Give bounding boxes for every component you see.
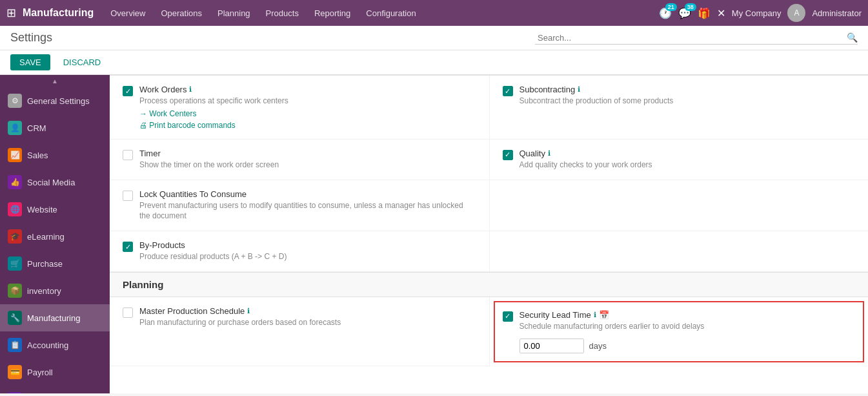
- sidebar-label-manufacturing: Manufacturing: [27, 313, 80, 323]
- sidebar-item-sales[interactable]: 📈 Sales: [0, 141, 110, 169]
- quality-info-icon[interactable]: ℹ: [548, 149, 550, 158]
- timer-checkbox[interactable]: [123, 150, 133, 160]
- page-title: Settings: [10, 31, 52, 45]
- search-input[interactable]: [535, 32, 847, 44]
- work-orders-desc: Process operations at specific work cent…: [139, 96, 476, 107]
- nav-reporting[interactable]: Reporting: [308, 6, 357, 21]
- lock-quantities-title: Lock Quantities To Consume: [139, 189, 476, 199]
- purchase-icon: 🛒: [8, 256, 22, 271]
- by-products-content: By-Products Produce residual products (A…: [139, 240, 476, 262]
- scroll-up-indicator: ▲: [0, 75, 110, 87]
- security-lead-time-highlighted-box: Security Lead Time ℹ 📅 Schedule manufact…: [494, 301, 865, 362]
- subcontracting-content: Subcontracting ℹ Subcontract the product…: [520, 85, 856, 107]
- slt-value-input[interactable]: [520, 339, 584, 353]
- sidebar-item-payroll[interactable]: 💳 Payroll: [0, 359, 110, 386]
- nav-right: 🕐21 💬38 🎁 ✕ My Company A Administrator: [659, 4, 862, 22]
- setting-master-production-schedule: Master Production Schedule ℹ Plan manufa…: [110, 297, 489, 366]
- subcontracting-info-icon[interactable]: ℹ: [578, 85, 580, 94]
- slt-content: Security Lead Time ℹ 📅 Schedule manufact…: [520, 310, 856, 353]
- lock-quantities-content: Lock Quantities To Consume Prevent manuf…: [139, 189, 476, 222]
- setting-lock-quantities: Lock Quantities To Consume Prevent manuf…: [110, 180, 489, 232]
- discard-button[interactable]: DISCARD: [57, 54, 108, 70]
- nav-planning[interactable]: Planning: [211, 6, 257, 21]
- subcontracting-title: Subcontracting ℹ: [520, 85, 856, 94]
- manufacturing-icon: 🔧: [8, 311, 22, 325]
- close-button[interactable]: ✕: [717, 7, 725, 19]
- sidebar-label-social-media: Social Media: [27, 178, 75, 187]
- elearning-icon: 🎓: [8, 229, 22, 244]
- payroll-icon: 💳: [8, 365, 22, 379]
- top-navbar: ⊞ Manufacturing Overview Operations Plan…: [0, 0, 868, 26]
- nav-configuration[interactable]: Configuration: [359, 6, 422, 21]
- action-bar: SAVE DISCARD: [0, 50, 868, 75]
- security-lead-time-checkbox[interactable]: [503, 311, 513, 322]
- print-barcode-link[interactable]: 🖨 Print barcode commands: [139, 121, 476, 130]
- sidebar-item-website[interactable]: 🌐 Website: [0, 196, 110, 223]
- main-layout: ▲ ⚙ General Settings 👤 CRM 📈 Sales 👍 Soc…: [0, 75, 868, 393]
- sidebar-item-project[interactable]: 📁 Project: [0, 386, 110, 393]
- subcontracting-desc: Subcontract the production of some produ…: [520, 96, 856, 107]
- mps-content: Master Production Schedule ℹ Plan manufa…: [139, 306, 476, 328]
- setting-empty-1: [489, 180, 869, 232]
- gift-button[interactable]: 🎁: [698, 7, 711, 19]
- nav-overview[interactable]: Overview: [104, 6, 152, 21]
- quality-title: Quality ℹ: [520, 149, 856, 158]
- avatar[interactable]: A: [787, 4, 805, 22]
- sidebar-label-crm: CRM: [27, 123, 46, 133]
- save-button[interactable]: SAVE: [10, 54, 50, 70]
- sidebar-label-accounting: Accounting: [27, 340, 68, 350]
- lock-quantities-desc: Prevent manufacturing users to modify qu…: [139, 200, 476, 222]
- grid-icon[interactable]: ⊞: [6, 6, 16, 20]
- nav-products[interactable]: Products: [259, 6, 305, 21]
- search-icon[interactable]: 🔍: [847, 32, 858, 43]
- quality-content: Quality ℹ Add quality checks to your wor…: [520, 149, 856, 171]
- social-media-icon: 👍: [8, 175, 22, 189]
- work-orders-info-icon[interactable]: ℹ: [189, 85, 192, 94]
- chat-badge-button[interactable]: 💬38: [678, 7, 691, 19]
- timer-content: Timer Show the timer on the work order s…: [139, 149, 476, 171]
- project-icon: 📁: [8, 392, 22, 393]
- quality-checkbox[interactable]: [503, 150, 513, 160]
- mps-title: Master Production Schedule ℹ: [139, 306, 476, 316]
- crm-icon: 👤: [8, 121, 22, 135]
- sidebar-label-payroll: Payroll: [27, 368, 53, 377]
- mps-desc: Plan manufacturing or purchase orders ba…: [139, 317, 476, 328]
- slt-info-icon[interactable]: ℹ: [594, 311, 596, 319]
- sidebar-item-manufacturing[interactable]: 🔧 Manufacturing: [0, 304, 110, 331]
- sidebar-item-crm[interactable]: 👤 CRM: [0, 114, 110, 141]
- work-centers-link[interactable]: → Work Centers: [139, 109, 476, 118]
- sidebar: ▲ ⚙ General Settings 👤 CRM 📈 Sales 👍 Soc…: [0, 75, 110, 393]
- planning-settings-grid: Master Production Schedule ℹ Plan manufa…: [110, 297, 868, 366]
- search-bar[interactable]: 🔍: [535, 32, 858, 45]
- sidebar-item-purchase[interactable]: 🛒 Purchase: [0, 250, 110, 277]
- sidebar-item-general-settings[interactable]: ⚙ General Settings: [0, 87, 110, 114]
- planning-section-header: Planning: [110, 272, 868, 297]
- sidebar-label-sales: Sales: [27, 151, 48, 160]
- sidebar-item-elearning[interactable]: 🎓 eLearning: [0, 223, 110, 250]
- by-products-checkbox[interactable]: [123, 242, 133, 252]
- user-name: Administrator: [812, 8, 862, 18]
- slt-title: Security Lead Time ℹ 📅: [520, 310, 856, 320]
- slt-input-row: days: [520, 339, 856, 353]
- lock-quantities-checkbox[interactable]: [123, 191, 133, 201]
- subcontracting-checkbox[interactable]: [503, 86, 513, 96]
- sidebar-item-inventory[interactable]: 📦 inventory: [0, 277, 110, 304]
- mps-info-icon[interactable]: ℹ: [247, 307, 250, 315]
- work-orders-checkbox[interactable]: [123, 86, 133, 96]
- by-products-title: By-Products: [139, 240, 476, 250]
- sales-icon: 📈: [8, 148, 22, 162]
- setting-work-orders: Work Orders ℹ Process operations at spec…: [110, 76, 489, 140]
- sidebar-item-accounting[interactable]: 📋 Accounting: [0, 331, 110, 359]
- quality-desc: Add quality checks to your work orders: [520, 160, 856, 171]
- company-name[interactable]: My Company: [732, 8, 782, 18]
- setting-by-products: By-Products Produce residual products (A…: [110, 231, 489, 272]
- slt-unit-label: days: [589, 341, 607, 351]
- nav-operations[interactable]: Operations: [154, 6, 208, 21]
- app-title: Manufacturing: [23, 7, 94, 19]
- sidebar-item-social-media[interactable]: 👍 Social Media: [0, 169, 110, 196]
- work-orders-content: Work Orders ℹ Process operations at spec…: [139, 85, 476, 130]
- slt-calendar-icon[interactable]: 📅: [599, 310, 609, 320]
- clock-badge-button[interactable]: 🕐21: [659, 7, 672, 19]
- nav-links: Overview Operations Planning Products Re…: [104, 6, 655, 21]
- master-production-schedule-checkbox[interactable]: [123, 307, 133, 318]
